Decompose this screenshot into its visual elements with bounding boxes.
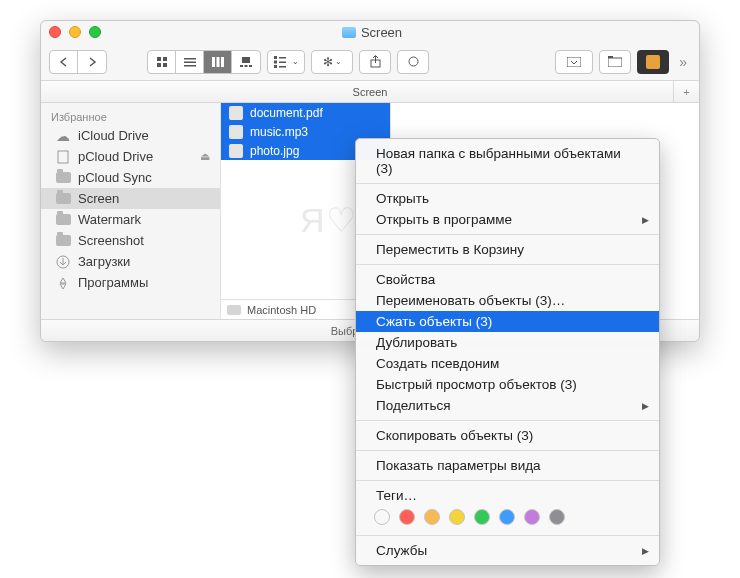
list-view-button[interactable] [176,51,204,73]
harddrive-icon [227,305,241,315]
share-button[interactable] [359,50,391,74]
menu-item[interactable]: Теги… [356,485,659,506]
svg-rect-18 [279,61,286,63]
file-icon [229,106,243,120]
svg-rect-14 [274,56,277,59]
menu-item[interactable]: Открыть [356,188,659,209]
menu-item[interactable]: Свойства [356,269,659,290]
svg-rect-0 [157,57,161,61]
sidebar-item-icloud-drive[interactable]: ☁iCloud Drive [41,125,220,146]
svg-rect-11 [240,65,243,67]
svg-rect-4 [184,58,196,60]
tag-icon [408,56,419,67]
tag-color[interactable] [549,509,565,525]
gear-icon: ✻ [323,55,333,69]
arrange-group: ⌄ [267,50,305,74]
context-menu: Новая папка с выбранными объектами (3)От… [355,138,660,566]
add-tab-button[interactable]: + [673,81,699,102]
sidebar-item-screenshot[interactable]: Screenshot [41,230,220,251]
download-icon [55,255,71,268]
action-button[interactable]: ✻⌄ [312,51,352,73]
menu-item[interactable]: Быстрый просмотр объектов (3) [356,374,659,395]
sidebar-item-программы[interactable]: Программы [41,272,220,293]
menu-item[interactable]: Скопировать объекты (3) [356,425,659,446]
menu-item[interactable]: Открыть в программе [356,209,659,230]
menu-item[interactable]: Создать псевдоним [356,353,659,374]
menu-item[interactable]: Переименовать объекты (3)… [356,290,659,311]
sidebar-item-label: Screen [78,191,119,206]
folder-outline-icon [608,56,622,67]
window-title: Screen [101,25,643,40]
svg-rect-23 [608,58,622,67]
svg-rect-19 [279,66,286,68]
folder-icon [55,234,71,247]
sidebar-item-screen[interactable]: Screen [41,188,220,209]
svg-rect-25 [58,151,68,163]
file-icon [229,125,243,139]
svg-rect-16 [274,65,277,68]
svg-rect-2 [157,63,161,67]
icon-view-button[interactable] [148,51,176,73]
menu-item[interactable]: Показать параметры вида [356,455,659,476]
svg-rect-12 [245,65,248,67]
tag-color[interactable] [424,509,440,525]
menu-item[interactable]: Поделиться [356,395,659,416]
file-name: photo.jpg [250,144,299,158]
sidebar-item-pcloud-drive[interactable]: pCloud Drive⏏ [41,146,220,167]
preview-app-button[interactable] [637,50,669,74]
svg-rect-24 [608,56,613,58]
sidebar-item-pcloud-sync[interactable]: pCloud Sync [41,167,220,188]
applications-icon [55,276,71,289]
tag-color[interactable] [449,509,465,525]
tags-button[interactable] [397,50,429,74]
menu-separator [356,480,659,481]
tag-color[interactable] [374,509,390,525]
overflow-button[interactable]: » [675,54,691,70]
zoom-window-button[interactable] [89,26,101,38]
svg-rect-17 [279,57,286,59]
new-folder-button[interactable] [599,50,631,74]
tags-row [356,506,659,531]
menu-separator [356,264,659,265]
folder-icon [55,171,71,184]
file-row[interactable]: document.pdf [221,103,390,122]
menu-separator [356,234,659,235]
svg-rect-3 [163,63,167,67]
menu-item[interactable]: Переместить в Корзину [356,239,659,260]
toolbar: ⌄ ✻⌄ » [41,43,699,81]
view-switcher [147,50,261,74]
menu-item[interactable]: Новая папка с выбранными объектами (3) [356,143,659,179]
column-view-button[interactable] [204,51,232,73]
minimize-window-button[interactable] [69,26,81,38]
menu-item[interactable]: Сжать объекты (3) [356,311,659,332]
app-icon [646,55,660,69]
folder-icon [55,213,71,226]
tag-color[interactable] [474,509,490,525]
window-controls [49,26,101,38]
eject-icon[interactable]: ⏏ [200,150,210,163]
dropdown-button[interactable] [556,51,592,73]
sidebar-section-header: Избранное [41,107,220,125]
svg-rect-15 [274,60,277,63]
arrange-button[interactable]: ⌄ [268,51,304,73]
sidebar-item-загрузки[interactable]: Загрузки [41,251,220,272]
gallery-view-button[interactable] [232,51,260,73]
sidebar: Избранное ☁iCloud DrivepCloud Drive⏏pClo… [41,103,221,321]
path-bar: Screen + [41,81,699,103]
tag-color[interactable] [499,509,515,525]
sidebar-item-label: iCloud Drive [78,128,149,143]
forward-button[interactable] [78,51,106,73]
menu-item[interactable]: Дублировать [356,332,659,353]
svg-rect-7 [212,57,215,67]
sidebar-item-label: pCloud Sync [78,170,152,185]
menu-item[interactable]: Службы [356,540,659,561]
menu-separator [356,183,659,184]
back-button[interactable] [50,51,78,73]
window-title-text: Screen [361,25,402,40]
sidebar-item-label: Screenshot [78,233,144,248]
svg-rect-5 [184,61,196,63]
tag-color[interactable] [399,509,415,525]
tag-color[interactable] [524,509,540,525]
close-window-button[interactable] [49,26,61,38]
sidebar-item-watermark[interactable]: Watermark [41,209,220,230]
